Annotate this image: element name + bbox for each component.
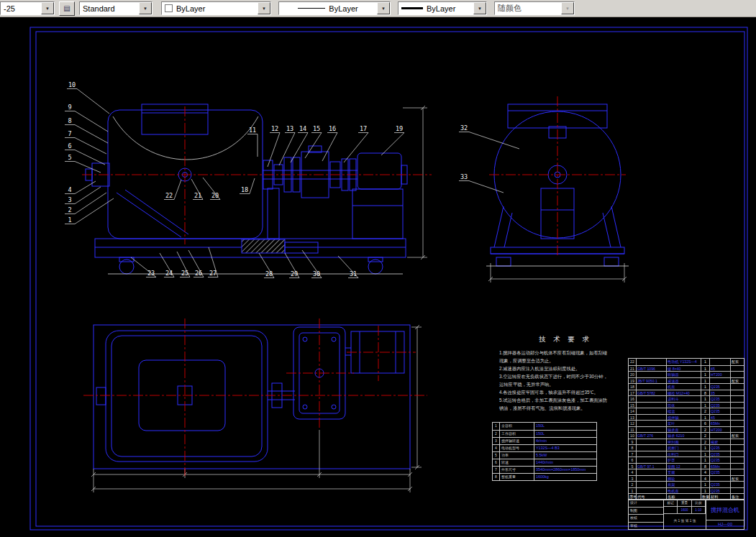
parts-row: 10GB/T 276轴承 62102配套	[629, 432, 744, 439]
parts-row: 2底架1Q235	[629, 481, 744, 487]
callout-number-15: 15	[313, 125, 320, 132]
parts-row: 22电动机 Y132S—41配套	[629, 359, 744, 365]
chevron-down-icon[interactable]: ▼	[41, 2, 54, 14]
spec-row: 5功率5.5kW	[493, 451, 596, 459]
parts-table: 22电动机 Y132S—41配套21GB/T 1096键 8×4014520联轴…	[628, 358, 744, 500]
parts-row: 4支腿4Q235	[629, 469, 744, 475]
callout-number-4: 4	[68, 186, 71, 193]
object-properties-toolbar: -25 ▼ ▤ Standard ▼ ByLayer ▼ ByLayer ▼	[0, 0, 756, 17]
callout-number-33: 33	[460, 173, 468, 180]
linetype-combo[interactable]: ByLayer ▼	[278, 1, 391, 15]
drawing-area[interactable]: 1098765432111121314151617192221201823242…	[0, 17, 756, 537]
callout-number-23: 23	[147, 270, 155, 277]
parts-row: 5GB/T 97.1垫圈 12865Mn	[629, 463, 744, 469]
cad-application-window: -25 ▼ ▤ Standard ▼ ByLayer ▼ ByLayer ▼	[0, 0, 756, 537]
parts-row: 9密封圈2橡胶	[629, 439, 744, 445]
callout-number-6: 6	[68, 142, 71, 150]
tech-line: 4.各连接处应牢固可靠，轴承温升不得超过35℃。	[499, 388, 632, 396]
spec-table: 1全容积150L2工作容积150L3搅拌轴转速4r/min4电动机型号Y132S…	[492, 422, 597, 481]
title-block-middle: 标记 重量 比例 1600 1:10 共 1 张 第 1 张	[664, 500, 706, 529]
lineweight-combo[interactable]: ByLayer ▼	[398, 1, 487, 15]
parts-row: 7出料口1Q235	[629, 451, 744, 457]
callout-number-3: 3	[68, 196, 71, 203]
callout-number-17: 17	[360, 125, 367, 132]
plot-style-combo-value: 随颜色	[495, 2, 561, 14]
parts-row: 11轴承座2HT200	[629, 426, 744, 433]
callout-number-1: 1	[68, 216, 71, 224]
parts-row: 20联轴器1HT200	[629, 371, 744, 377]
callout-leader-10	[67, 89, 109, 114]
centerlines	[82, 96, 626, 476]
callout-number-26: 26	[195, 270, 202, 277]
tech-line: 3.空运转应在无负载状态下进行，时间不少于30分钟，	[499, 372, 632, 380]
callout-number-28: 28	[265, 270, 273, 277]
color-swatch-icon	[165, 4, 173, 12]
stage-label: 标记	[664, 500, 678, 507]
tech-line: 5.试运转合格后，非加工表面涂灰色漆，加工表面涂防	[499, 396, 632, 404]
callout-number-31: 31	[350, 270, 357, 277]
spec-row: 3搅拌轴转速4r/min	[493, 437, 596, 444]
tech-requirements-title: 技 术 要 求	[499, 335, 632, 344]
callout-number-13: 13	[286, 125, 293, 132]
chevron-down-icon[interactable]: ▼	[258, 2, 270, 14]
callout-number-5: 5	[68, 154, 71, 161]
callout-number-10: 10	[68, 81, 76, 88]
parts-row: 17GB/T 5782螺栓 M12×40835	[629, 390, 744, 396]
technical-requirements: 技 术 要 求 1.搅拌器各运动部分与机体不应有刮碰现象，如有刮碰 现象，应调整…	[499, 335, 632, 412]
drawing-title: 搅拌混合机	[706, 500, 744, 520]
layer-combo[interactable]: -25 ▼	[0, 1, 55, 15]
callout-leader-15	[305, 133, 322, 159]
parts-row: 18机座1Q235	[629, 383, 744, 390]
stage-value	[664, 507, 678, 514]
lineweight-combo-value: ByLayer	[427, 4, 455, 13]
parts-row: 19JB/T 9050.1减速器1配套	[629, 377, 744, 384]
callout-leader-33	[459, 181, 504, 193]
callout-labels: 1098765432111121314151617192221201823242…	[65, 81, 519, 278]
callout-number-14: 14	[299, 125, 306, 132]
style-combo[interactable]: Standard ▼	[79, 1, 152, 15]
callout-number-11: 11	[249, 127, 256, 134]
style-icon: ▤	[63, 4, 70, 12]
color-combo[interactable]: ByLayer ▼	[161, 1, 271, 15]
parts-row: 3脚轮4配套	[629, 475, 744, 482]
callout-leader-11	[247, 134, 258, 157]
tech-line: 现象，应调整至合适为止。	[499, 357, 632, 364]
linetype-combo-value: ByLayer	[329, 4, 357, 13]
callout-leader-32	[459, 132, 519, 150]
callout-number-22: 22	[165, 192, 173, 199]
chevron-down-icon[interactable]: ▼	[377, 2, 390, 14]
spec-row: 4电动机型号Y132S—4 B3	[493, 444, 596, 451]
title-block-sign-rows: 设计制图校核审核	[629, 500, 664, 529]
chevron-down-icon[interactable]: ▼	[473, 2, 486, 14]
callout-number-32: 32	[460, 124, 468, 132]
callout-number-2: 2	[68, 206, 71, 214]
callout-number-9: 9	[68, 104, 71, 111]
tech-line: 2.减速器内应注入机油至油标刻度线处。	[499, 364, 632, 372]
weight-label: 重量	[678, 500, 691, 507]
title-block-right: 搅拌混合机 HJ—00	[706, 500, 744, 529]
text-style-button[interactable]: ▤	[59, 1, 75, 16]
parts-row: 12桨叶665Mn	[629, 420, 744, 426]
parts-row: 21GB/T 1096键 8×40145	[629, 365, 744, 372]
parts-row: 8观察门1Q235	[629, 444, 744, 451]
chevron-down-icon[interactable]: ▼	[139, 2, 152, 14]
callout-number-7: 7	[68, 130, 71, 137]
style-combo-value: Standard	[80, 2, 139, 14]
callout-number-18: 18	[241, 186, 248, 193]
plot-style-combo[interactable]: 随颜色 ▼	[494, 1, 575, 15]
callout-number-29: 29	[291, 270, 298, 277]
callout-number-12: 12	[271, 125, 278, 132]
spec-row: 8整机重量1600kg	[493, 473, 596, 480]
tech-line: 锈油，漆层不得有气泡、流痕和脱漆现象。	[499, 404, 632, 412]
title-block: 设计制图校核审核 标记 重量 比例 1600 1:10 共 1 张 第 1 张 …	[628, 499, 744, 530]
title-block-sign-label: 审核	[629, 522, 663, 530]
lineweight-sample-icon	[401, 7, 423, 9]
linetype-sample-icon	[298, 8, 325, 9]
spec-row: 7外形尺寸3540mm×2860mm×1850mm	[493, 466, 596, 473]
callout-leader-19	[381, 133, 404, 156]
parts-row: 1电机座1Q235	[629, 487, 744, 494]
parts-row: 14端盖2Q235	[629, 408, 744, 414]
white-geometry	[108, 116, 629, 274]
callout-number-25: 25	[181, 270, 188, 277]
spec-row: 1全容积150L	[493, 423, 596, 430]
